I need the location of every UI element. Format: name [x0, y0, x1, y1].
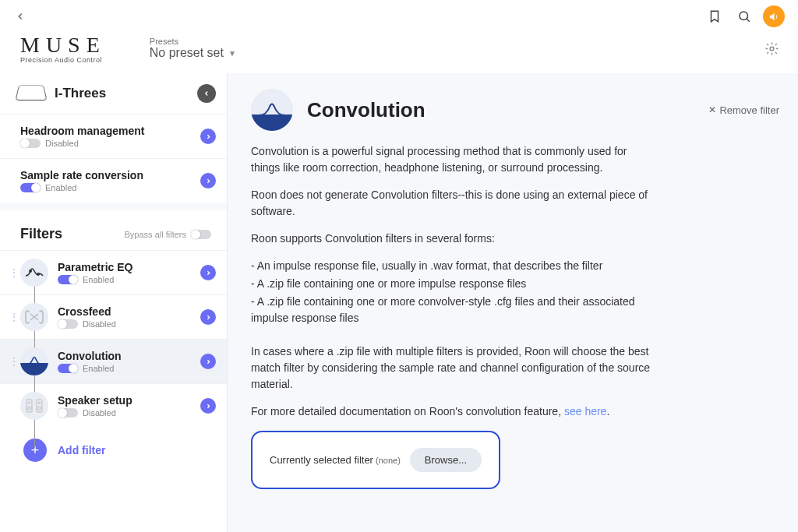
drag-handle-icon[interactable]: ⋮⋮	[9, 270, 17, 275]
collapse-button[interactable]	[197, 84, 216, 103]
logo-text: MUSE	[20, 33, 106, 58]
list-item: - An impulse response file, usually in .…	[251, 258, 656, 274]
list-item: - A .zip file containing one or more con…	[251, 294, 656, 326]
content-body: Convolution is a powerful signal process…	[251, 143, 656, 420]
content-title: Convolution	[307, 98, 425, 122]
filter-state: Enabled	[83, 275, 114, 284]
toggle-filter[interactable]	[58, 364, 78, 373]
preset-value: No preset set	[150, 46, 224, 60]
setting-state: Enabled	[45, 183, 76, 192]
svg-point-2	[770, 47, 774, 51]
filter-name: Parametric EQ	[58, 261, 200, 273]
chevron-right-icon[interactable]	[200, 354, 216, 369]
setting-title: Sample rate conversion	[20, 169, 200, 181]
filters-title: Filters	[20, 226, 125, 242]
toggle-filter[interactable]	[58, 408, 78, 417]
svg-point-10	[38, 407, 41, 410]
volume-badge[interactable]	[761, 3, 787, 30]
logo-subtitle: Precision Audio Control	[20, 56, 106, 64]
remove-filter-button[interactable]: ✕ Remove filter	[708, 104, 779, 116]
filter-name: Speaker setup	[58, 394, 200, 407]
selected-filter-value: (none)	[376, 456, 401, 465]
chevron-right-icon[interactable]	[200, 398, 216, 414]
preset-label: Presets	[150, 37, 236, 46]
chevron-right-icon[interactable]	[200, 265, 216, 280]
setting-title: Headroom management	[20, 125, 200, 137]
filter-state: Disabled	[83, 408, 116, 417]
filter-name: Crossfeed	[58, 305, 200, 318]
preset-selector[interactable]: Presets No preset set ▼	[150, 37, 236, 60]
setting-state: Disabled	[45, 139, 79, 148]
svg-point-8	[28, 407, 31, 410]
filter-name: Convolution	[58, 350, 200, 362]
chevron-right-icon[interactable]	[200, 309, 216, 325]
close-icon: ✕	[708, 104, 716, 115]
filters-header: Filters Bypass all filters	[0, 203, 227, 250]
filters-list: ⋮⋮ Parametric EQ Enabled ⋮⋮	[0, 250, 227, 473]
paragraph: Roon supports Convolution filters in sev…	[251, 231, 656, 247]
settings-gear-icon[interactable]	[760, 37, 784, 61]
list-item: - A .zip file containing one or more imp…	[251, 276, 656, 292]
top-bar	[0, 0, 798, 33]
content-panel: Convolution ✕ Remove filter Convolution …	[228, 73, 798, 532]
svg-point-0	[740, 12, 748, 20]
selected-filter-box: Currently selected filter (none) Browse.…	[251, 431, 500, 489]
convolution-icon	[20, 347, 48, 375]
device-row[interactable]: I-Threes	[0, 73, 227, 114]
toggle-headroom[interactable]	[20, 139, 41, 148]
svg-point-4	[37, 273, 39, 275]
bypass-label: Bypass all filters	[125, 230, 186, 239]
chevron-right-icon[interactable]	[200, 173, 216, 188]
speaker-setup-icon	[20, 392, 48, 420]
setting-samplerate[interactable]: Sample rate conversion Enabled	[0, 158, 227, 203]
caret-down-icon: ▼	[228, 49, 236, 58]
bookmark-icon[interactable]	[701, 3, 728, 30]
selected-filter-label: Currently selected filter	[270, 454, 376, 466]
crossfeed-icon	[20, 303, 48, 331]
paragraph: Convolution is a powerful signal process…	[251, 143, 656, 176]
svg-line-1	[747, 19, 750, 22]
toggle-samplerate[interactable]	[20, 183, 41, 192]
svg-point-9	[39, 402, 41, 403]
remove-filter-label: Remove filter	[719, 104, 779, 116]
drag-handle-icon[interactable]: ⋮⋮	[9, 359, 17, 364]
parametric-eq-icon	[20, 259, 48, 287]
device-name: I-Threes	[55, 86, 197, 101]
filter-state: Enabled	[83, 364, 114, 373]
setting-headroom[interactable]: Headroom management Disabled	[0, 114, 227, 158]
toggle-filter[interactable]	[58, 319, 78, 329]
browse-button[interactable]: Browse...	[410, 448, 482, 472]
sidebar: I-Threes Headroom management Disabled Sa…	[0, 73, 228, 532]
drag-handle-icon[interactable]: ⋮⋮	[9, 315, 17, 319]
toggle-bypass-all[interactable]	[191, 230, 211, 239]
paragraph: Roon does not generate Convolution filte…	[251, 187, 656, 220]
search-icon[interactable]	[731, 3, 757, 30]
convolution-icon	[251, 89, 293, 131]
logo: MUSE Precision Audio Control	[20, 33, 106, 64]
paragraph: In cases where a .zip file with multiple…	[251, 344, 656, 393]
filter-state: Disabled	[83, 319, 116, 329]
svg-point-3	[30, 270, 31, 272]
chevron-right-icon[interactable]	[200, 129, 216, 144]
svg-point-7	[29, 402, 30, 403]
back-button[interactable]	[11, 7, 30, 26]
device-icon	[15, 85, 47, 100]
toggle-filter[interactable]	[58, 275, 78, 284]
paragraph: For more detailed documentation on Roon'…	[251, 403, 656, 420]
add-filter-button[interactable]: +	[23, 439, 47, 462]
add-filter-label: Add filter	[58, 444, 105, 456]
see-here-link[interactable]: see here	[564, 405, 606, 417]
header: MUSE Precision Audio Control Presets No …	[0, 33, 798, 73]
